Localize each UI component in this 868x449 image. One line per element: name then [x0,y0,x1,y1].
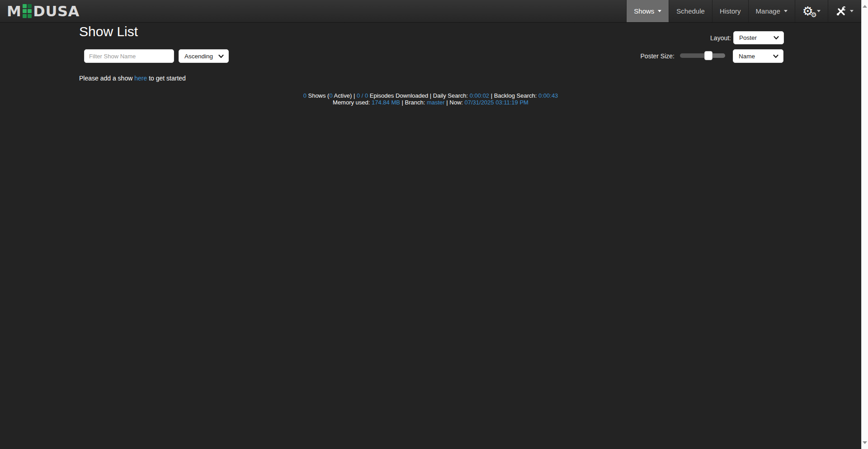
nav-item-tools[interactable] [828,0,861,22]
nav-item-manage[interactable]: Manage [748,0,795,22]
sort-by-select[interactable]: Name [733,49,783,63]
top-navbar: M DUSA Shows Schedule History Manage ⚙⚙ [0,0,861,23]
chevron-down-icon [773,54,778,58]
shows-count: 0 [303,92,307,99]
active-shows-count: 0 [329,92,332,99]
nav-item-history[interactable]: History [712,0,748,22]
logo-text-prefix: M [7,3,21,20]
episodes-downloaded-count: 0 / 0 [357,92,368,99]
sort-by-value: Name [733,53,773,60]
daily-search-time: 0:00:02 [470,92,489,99]
nav-item-label: History [720,7,741,15]
nav-item-schedule[interactable]: Schedule [669,0,712,22]
caret-down-icon [658,10,661,14]
gears-icon: ⚙⚙ [802,5,813,17]
logo-grid-icon [23,4,32,18]
logo-text-suffix: DUSA [33,3,79,20]
nav-item-config[interactable]: ⚙⚙ [795,0,828,22]
slider-track-right [711,53,725,58]
backlog-search-time: 0:00:43 [538,92,558,99]
footer-stats: 0 Shows (0 Active) | 0 / 0 Episodes Down… [0,92,861,106]
stats-line-1: 0 Shows (0 Active) | 0 / 0 Episodes Down… [0,92,861,99]
add-show-here-link[interactable]: here [134,75,147,82]
poster-size-slider-handle[interactable] [704,51,712,60]
sort-order-value: Ascending [179,53,218,60]
nav-item-label: Schedule [676,7,705,15]
nav-item-label: Manage [756,7,780,15]
chevron-down-icon [774,36,779,40]
layout-select[interactable]: Poster [733,31,784,44]
chevron-down-icon [218,54,224,58]
empty-show-list-message: Please add a show here to get started [79,75,186,82]
nav-item-label: Shows [634,7,654,15]
stats-line-2: Memory used: 174.84 MB | Branch: master … [0,99,861,106]
navbar-menu: Shows Schedule History Manage ⚙⚙ [626,0,861,22]
memory-used-value: 174.84 MB [372,99,400,106]
poster-size-label: Poster Size: [641,52,675,60]
scrollbar-up-arrow-icon[interactable] [863,3,867,8]
empty-message-post: to get started [149,75,186,82]
caret-down-icon [850,10,854,14]
nav-item-shows[interactable]: Shows [626,0,669,22]
filter-show-name-input[interactable] [84,49,174,63]
caret-down-icon [784,10,788,14]
layout-value: Poster [734,34,774,41]
medusa-logo[interactable]: M DUSA [0,0,80,22]
sort-order-select[interactable]: Ascending [179,49,229,63]
tools-icon [835,6,846,17]
current-time-value: 07/31/2025 03:11:19 PM [465,99,528,106]
vertical-scrollbar[interactable] [861,0,868,449]
scrollbar-down-arrow-icon[interactable] [863,441,867,446]
poster-size-slider[interactable] [680,53,725,58]
branch-value: master [427,99,445,106]
layout-label: Layout: [710,34,731,42]
page-title: Show List [79,24,138,39]
empty-message-pre: Please add a show [79,75,132,82]
caret-down-icon [817,10,821,14]
